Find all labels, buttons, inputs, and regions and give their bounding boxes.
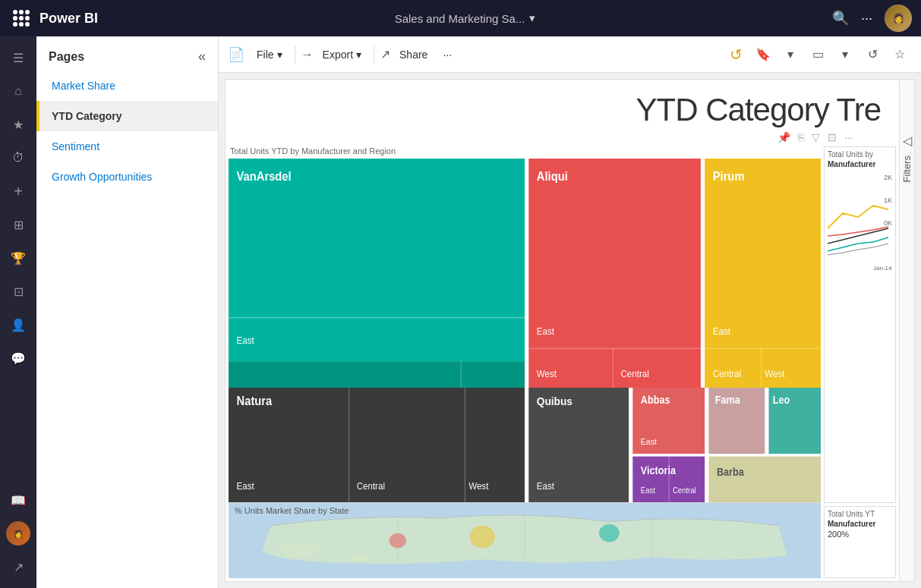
svg-text:Central: Central: [357, 480, 385, 492]
page-list: Market Share YTD Category Sentiment Grow…: [36, 71, 218, 192]
svg-point-57: [599, 524, 620, 542]
page-item-sentiment[interactable]: Sentiment: [36, 131, 218, 162]
nav-goals[interactable]: 🏆: [3, 243, 33, 273]
svg-rect-17: [705, 348, 821, 349]
export-icon: →: [301, 48, 314, 61]
svg-text:Natura: Natura: [237, 395, 273, 408]
svg-rect-20: [761, 348, 762, 388]
nav-create[interactable]: +: [3, 176, 33, 206]
manufacturer-label-1: Manufacturer: [828, 160, 892, 168]
sidebar-header: Pages «: [36, 36, 218, 71]
nav-home[interactable]: ⌂: [3, 76, 33, 106]
user-icon-small: 👩: [6, 521, 30, 546]
file-button[interactable]: File ▾: [251, 46, 289, 64]
refresh-button[interactable]: ↺: [724, 42, 748, 67]
nav-apps[interactable]: ⊞: [3, 209, 33, 240]
percent-label: 200%: [828, 530, 892, 539]
toolbar-separator-2: [374, 46, 374, 64]
svg-text:Leo: Leo: [773, 394, 790, 406]
chart-filter-icon[interactable]: ▽: [812, 131, 820, 143]
chart-expand-icon[interactable]: ⊡: [828, 131, 837, 143]
search-icon[interactable]: 🔍: [832, 10, 849, 27]
apps-grid-button[interactable]: [9, 6, 33, 30]
svg-rect-11: [528, 348, 701, 349]
title-dropdown-icon[interactable]: ▾: [529, 11, 535, 25]
svg-text:East: East: [537, 326, 555, 338]
nav-people[interactable]: 👤: [3, 310, 33, 340]
manufacturer-label-2: Manufacturer: [828, 520, 892, 528]
topbar: Power BI Sales and Marketing Sa... ▾ 🔍 ·…: [0, 0, 921, 36]
svg-text:Central: Central: [620, 369, 648, 380]
page-item-ytd-category[interactable]: YTD Category: [36, 101, 218, 131]
svg-text:Barba: Barba: [717, 467, 744, 479]
page-item-growth-opportunities[interactable]: Growth Opportunities: [36, 162, 218, 192]
view-button[interactable]: ▭: [806, 42, 830, 67]
toolbar-right-actions: ↺ 🔖 ▾ ▭ ▾ ↺ ☆: [724, 42, 912, 67]
chart-copy-icon[interactable]: ⎘: [798, 131, 804, 143]
report-main: YTD Category Tre 📌 ⎘ ▽ ⊡ ··· Total Units…: [226, 80, 899, 581]
share-button[interactable]: Share: [393, 46, 434, 64]
svg-rect-26: [349, 388, 349, 502]
toolbar-separator-1: [295, 46, 295, 64]
svg-text:East: East: [237, 480, 255, 492]
svg-rect-28: [465, 388, 465, 502]
svg-rect-13: [613, 348, 613, 388]
sidebar: Pages « Market Share YTD Category Sentim…: [36, 36, 219, 588]
svg-text:Pirum: Pirum: [713, 169, 745, 183]
nav-workspaces[interactable]: ⊡: [3, 276, 33, 307]
svg-text:East: East: [641, 486, 655, 495]
svg-rect-2: [229, 317, 525, 318]
nav-chat[interactable]: 💬: [3, 343, 33, 373]
svg-rect-8: [528, 159, 701, 388]
avatar-image: 👩: [885, 5, 912, 32]
svg-point-58: [390, 533, 406, 549]
chart-pin-icon[interactable]: 📌: [777, 131, 790, 143]
nav-menu[interactable]: ☰: [3, 42, 33, 73]
nav-external-link[interactable]: ↗: [3, 552, 33, 582]
toolbar-more-button[interactable]: ···: [437, 46, 458, 64]
app-brand: Power BI: [39, 11, 98, 27]
report-canvas: YTD Category Tre 📌 ⎘ ▽ ⊡ ··· Total Units…: [225, 79, 915, 582]
svg-text:West: West: [468, 480, 489, 492]
svg-rect-47: [708, 457, 821, 502]
chart-more-icon[interactable]: ···: [844, 131, 853, 143]
svg-text:Victoria: Victoria: [641, 464, 677, 476]
svg-text:Aliqui: Aliqui: [537, 169, 568, 183]
filters-collapse-button[interactable]: ◁: [900, 125, 914, 156]
treemap-chart-label: Total Units YTD by Manufacturer and Regi…: [229, 146, 821, 156]
toolbar: 📄 File ▾ → Export ▾ ↗ Share ··· ↺ 🔖 ▾ ▭ …: [219, 36, 921, 73]
svg-text:Abbas: Abbas: [641, 394, 670, 406]
nav-recent[interactable]: ⏱: [3, 143, 33, 173]
svg-text:East: East: [641, 437, 657, 447]
filters-label[interactable]: Filters: [901, 156, 913, 182]
page-item-market-share[interactable]: Market Share: [36, 71, 218, 101]
svg-text:East: East: [537, 480, 555, 492]
view-dropdown[interactable]: ▾: [833, 42, 857, 67]
svg-point-56: [470, 526, 495, 549]
nav-user-bottom[interactable]: 👩: [3, 518, 33, 549]
svg-text:Central: Central: [673, 486, 696, 495]
nav-learn[interactable]: 📖: [3, 485, 33, 515]
bookmark-dropdown[interactable]: ▾: [778, 42, 803, 67]
map-chart-label: % Units Market Share by State: [235, 506, 349, 515]
svg-rect-15: [705, 159, 821, 388]
svg-text:Jan-14: Jan-14: [873, 265, 892, 272]
user-avatar[interactable]: 👩: [885, 5, 912, 32]
share-icon: ↗: [380, 47, 390, 61]
svg-text:West: West: [765, 369, 785, 380]
svg-rect-0: [229, 159, 525, 361]
star-button[interactable]: ☆: [888, 42, 912, 67]
svg-rect-43: [669, 457, 670, 502]
svg-text:VanArsdel: VanArsdel: [237, 169, 292, 183]
sidebar-collapse-button[interactable]: «: [198, 49, 206, 64]
reload-button[interactable]: ↺: [860, 42, 885, 67]
topbar-actions: 🔍 ··· 👩: [832, 5, 912, 32]
topbar-more-icon[interactable]: ···: [861, 11, 872, 27]
nav-favorites[interactable]: ★: [3, 109, 33, 140]
icon-nav: ☰ ⌂ ★ ⏱ + ⊞ 🏆 ⊡ 👤 💬 📖 👩 ↗: [0, 36, 36, 588]
y-axis-max: 2K: [884, 174, 892, 181]
bookmark-button[interactable]: 🔖: [751, 42, 775, 67]
svg-text:West: West: [537, 369, 557, 380]
export-button[interactable]: Export ▾: [317, 46, 367, 64]
right-panel-1-label: Total Units by: [828, 150, 892, 159]
